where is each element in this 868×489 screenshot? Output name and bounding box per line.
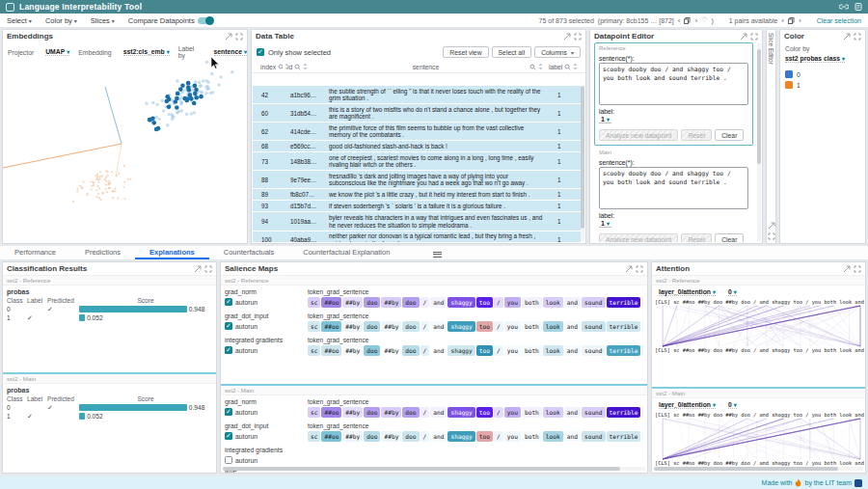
analyze-new-datapoint-button[interactable]: Analyze new datapoint bbox=[599, 233, 678, 242]
salience-token[interactable]: . bbox=[641, 431, 643, 442]
classification-row[interactable]: 0✓0.948 bbox=[3, 403, 216, 412]
salience-token[interactable]: ##by bbox=[381, 431, 401, 442]
favorite-icon[interactable]: ♡ bbox=[701, 16, 707, 24]
sort-icon[interactable] bbox=[573, 63, 578, 70]
salience-token[interactable]: doo bbox=[364, 345, 380, 356]
compare-datapoints-toggle[interactable] bbox=[198, 17, 213, 24]
clear-button[interactable]: Clear bbox=[715, 129, 744, 141]
search-icon[interactable] bbox=[294, 64, 301, 70]
salience-token[interactable]: doo bbox=[364, 321, 380, 332]
select-menu[interactable]: Select▾ bbox=[7, 16, 32, 25]
copy-id-icon[interactable] bbox=[684, 17, 691, 24]
salience-token[interactable]: and bbox=[564, 407, 581, 418]
salience-token[interactable]: terrible bbox=[607, 345, 641, 356]
embedding-scatterplot[interactable] bbox=[3, 42, 247, 243]
salience-token[interactable]: look bbox=[543, 297, 563, 308]
salience-token[interactable]: ##oo bbox=[321, 407, 341, 418]
fullscreen-icon[interactable] bbox=[750, 33, 758, 41]
prev-pair-button[interactable]: ‹ bbox=[781, 16, 784, 25]
color-by-menu[interactable]: Color by▾ bbox=[45, 16, 77, 25]
salience-token[interactable]: ##by bbox=[342, 345, 363, 356]
table-row[interactable]: 89fb8c07…we know the plot 's a little cr… bbox=[253, 189, 581, 201]
salience-token[interactable]: you bbox=[504, 297, 521, 308]
label-by-select[interactable]: sentence▾ bbox=[214, 48, 247, 56]
salience-token[interactable]: terrible bbox=[607, 407, 641, 418]
select-all-button[interactable]: Select all bbox=[492, 46, 532, 58]
reset-button[interactable]: Reset bbox=[681, 129, 712, 141]
search-icon[interactable] bbox=[529, 64, 536, 70]
salience-token[interactable]: you bbox=[504, 321, 521, 332]
columns-button[interactable]: Columns▾ bbox=[534, 46, 581, 58]
salience-token[interactable]: doo bbox=[364, 407, 380, 418]
fullscreen-icon[interactable] bbox=[768, 232, 775, 240]
only-show-selected-checkbox[interactable]: ✓ bbox=[257, 48, 264, 56]
sentence-textarea[interactable]: scooby dooby doo / and shaggy too / you … bbox=[599, 167, 748, 209]
slices-menu[interactable]: Slices▾ bbox=[91, 16, 115, 25]
fullscreen-icon[interactable] bbox=[204, 265, 212, 273]
column-header-label[interactable]: label bbox=[543, 63, 582, 70]
autorun-checkbox[interactable]: ✓ bbox=[225, 322, 232, 330]
salience-token[interactable]: and bbox=[430, 321, 447, 332]
salience-token[interactable]: ##by bbox=[381, 345, 401, 356]
salience-token[interactable]: / bbox=[420, 345, 430, 356]
analyze-new-datapoint-button[interactable]: Analyze new datapoint bbox=[599, 129, 678, 141]
embedding-select[interactable]: sst2:cls_emb▾ bbox=[123, 48, 170, 56]
salience-token[interactable]: look bbox=[543, 321, 563, 332]
salience-token[interactable]: ##by bbox=[342, 407, 363, 418]
salience-token[interactable]: both bbox=[522, 407, 542, 418]
table-row[interactable]: 62414cde…the primitive force of this fil… bbox=[253, 122, 581, 141]
salience-token[interactable]: and bbox=[430, 431, 447, 442]
salience-token[interactable]: too bbox=[476, 407, 493, 418]
salience-token[interactable]: ##oo bbox=[321, 345, 341, 356]
salience-token[interactable]: terrible bbox=[607, 321, 641, 332]
salience-token[interactable]: doo bbox=[402, 345, 419, 356]
tab-explanations[interactable]: Explanations bbox=[135, 246, 209, 259]
salience-token[interactable]: doo bbox=[402, 321, 419, 332]
next-datapoint-button[interactable]: › bbox=[694, 16, 697, 25]
next-pair-button[interactable]: › bbox=[799, 16, 801, 25]
salience-token[interactable]: too bbox=[476, 431, 493, 442]
reset-view-button[interactable]: Reset view bbox=[443, 46, 488, 58]
salience-token[interactable]: and bbox=[564, 321, 581, 332]
table-row[interactable]: 10040aba9…neither parker nor donovan is … bbox=[253, 231, 581, 242]
attention-head-select[interactable]: 0▾ bbox=[728, 288, 737, 296]
popout-icon[interactable] bbox=[768, 222, 775, 230]
salience-token[interactable]: / bbox=[420, 297, 430, 308]
salience-token[interactable]: terrible bbox=[607, 297, 641, 308]
salience-token[interactable]: / bbox=[494, 431, 503, 442]
popout-icon[interactable] bbox=[843, 265, 851, 273]
fullscreen-icon[interactable] bbox=[636, 265, 643, 273]
copy-pair-icon[interactable] bbox=[788, 17, 795, 24]
salience-token[interactable]: shaggy bbox=[448, 407, 475, 418]
fullscreen-icon[interactable] bbox=[235, 33, 243, 41]
popout-icon[interactable] bbox=[563, 33, 571, 41]
tab-counterfactual-explanation[interactable]: Counterfactual Explanation bbox=[288, 246, 404, 259]
salience-token[interactable]: both bbox=[522, 297, 542, 308]
salience-token[interactable]: both bbox=[522, 431, 542, 442]
salience-token[interactable]: ##oo bbox=[321, 431, 341, 442]
clear-button[interactable]: Clear bbox=[715, 233, 744, 242]
reset-button[interactable]: Reset bbox=[681, 233, 712, 242]
salience-token[interactable]: doo bbox=[402, 431, 419, 442]
salience-token[interactable]: sound bbox=[582, 407, 606, 418]
prev-datapoint-button[interactable]: ‹ bbox=[678, 16, 681, 25]
salience-token[interactable]: sc bbox=[308, 297, 320, 308]
salience-token[interactable]: and bbox=[564, 431, 581, 442]
sentence-textarea[interactable]: scooby dooby doo / and shaggy too / you … bbox=[599, 63, 748, 105]
lit-flag-icon[interactable] bbox=[854, 479, 862, 487]
salience-token[interactable]: ##by bbox=[342, 431, 363, 442]
salience-token[interactable]: sound bbox=[582, 431, 606, 442]
table-row[interactable]: 68e569cc…good old-fashioned slash-and-ha… bbox=[253, 141, 581, 152]
salience-token[interactable]: ##by bbox=[381, 407, 401, 418]
salience-token[interactable]: sc bbox=[308, 407, 320, 418]
attention-layer-select[interactable]: layer_0/attention▾ bbox=[659, 401, 716, 409]
fullscreen-icon[interactable] bbox=[854, 265, 861, 273]
salience-token[interactable]: sound bbox=[582, 321, 606, 332]
projector-select[interactable]: UMAP▾ bbox=[45, 48, 69, 56]
salience-token[interactable]: / bbox=[494, 297, 503, 308]
salience-token[interactable]: . bbox=[641, 297, 643, 308]
salience-token[interactable]: shaggy bbox=[448, 297, 475, 308]
salience-token[interactable]: and bbox=[430, 297, 447, 308]
salience-token[interactable]: you bbox=[504, 431, 521, 442]
salience-token[interactable]: ##by bbox=[381, 297, 401, 308]
